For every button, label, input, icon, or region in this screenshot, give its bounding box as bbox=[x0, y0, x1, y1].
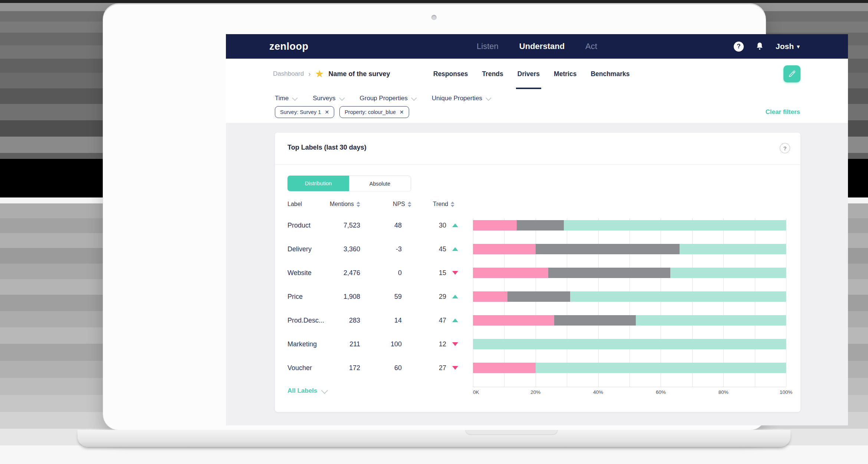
bar-segment-passives bbox=[536, 244, 680, 254]
breadcrumb: Dashboard › ★ Name of the survey bbox=[273, 59, 390, 89]
filter-chip-label: Survey: Survey 1 bbox=[280, 109, 321, 115]
table-row-voucher[interactable]: Voucher1726027 bbox=[287, 357, 473, 378]
cell-trend: 12 bbox=[423, 340, 446, 348]
webcam-dot bbox=[431, 15, 437, 20]
bar-segment-promoters bbox=[636, 315, 786, 326]
trend-down-icon bbox=[452, 342, 458, 346]
edit-survey-button[interactable] bbox=[783, 65, 800, 82]
column-header-label: NPS bbox=[393, 201, 405, 208]
x-tick-label: 40% bbox=[593, 389, 603, 395]
survey-title: Name of the survey bbox=[328, 70, 390, 78]
tab-benchmarks[interactable]: Benchmarks bbox=[591, 59, 629, 89]
bar-segment-detractors bbox=[473, 315, 554, 326]
cell-nps: 0 bbox=[372, 269, 402, 277]
cell-mentions: 283 bbox=[316, 317, 360, 324]
distribution-absolute-toggle: DistributionAbsolute bbox=[287, 176, 411, 191]
table-row-delivery[interactable]: Delivery3,360-345 bbox=[287, 239, 473, 259]
x-tick-label: 80% bbox=[719, 389, 729, 395]
cell-nps: 14 bbox=[372, 317, 402, 324]
bar-segment-detractors bbox=[473, 244, 536, 254]
navbar-right-cluster: ? Josh ▾ bbox=[734, 34, 800, 59]
nav-link-listen[interactable]: Listen bbox=[477, 42, 499, 51]
cell-nps: 48 bbox=[372, 222, 402, 229]
stacked-bar-product bbox=[473, 220, 786, 231]
cell-label: Voucher bbox=[287, 364, 312, 372]
cell-nps: 100 bbox=[372, 340, 402, 348]
user-menu[interactable]: Josh ▾ bbox=[776, 42, 800, 51]
cell-mentions: 211 bbox=[316, 340, 360, 348]
toggle-option-absolute[interactable]: Absolute bbox=[349, 176, 411, 191]
pencil-icon bbox=[788, 69, 796, 78]
laptop-base-notch bbox=[465, 430, 558, 435]
chevron-down-icon: ▾ bbox=[797, 43, 800, 50]
chevron-down-icon bbox=[411, 95, 417, 101]
survey-tabs: ResponsesTrendsDriversMetricsBenchmarks bbox=[433, 59, 629, 89]
tab-metrics[interactable]: Metrics bbox=[554, 59, 576, 89]
tab-drivers[interactable]: Drivers bbox=[517, 59, 540, 89]
nav-link-act[interactable]: Act bbox=[585, 42, 597, 51]
column-header-mentions[interactable]: Mentions bbox=[316, 201, 360, 208]
cell-trend: 47 bbox=[423, 317, 446, 324]
nav-link-understand[interactable]: Understand bbox=[519, 42, 565, 51]
cell-nps: 60 bbox=[372, 364, 402, 372]
bar-segment-promoters bbox=[564, 220, 786, 231]
table-row-marketing[interactable]: Marketing21110012 bbox=[287, 334, 473, 354]
close-icon[interactable]: ✕ bbox=[325, 109, 329, 115]
breadcrumb-dashboard-link[interactable]: Dashboard bbox=[273, 70, 304, 78]
filter-chip-label: Property: colour_blue bbox=[345, 109, 396, 115]
column-header-label: Trend bbox=[433, 201, 448, 208]
cell-mentions: 7,523 bbox=[316, 222, 360, 229]
bar-segment-promoters bbox=[536, 363, 786, 373]
notifications-bell-icon[interactable] bbox=[755, 42, 765, 51]
card-help-icon[interactable]: ? bbox=[780, 143, 790, 153]
cell-label: Website bbox=[287, 269, 312, 277]
table-row-website[interactable]: Website2,476015 bbox=[287, 262, 473, 283]
filter-dropdown-time[interactable]: Time bbox=[275, 95, 296, 102]
stacked-bar-website bbox=[473, 268, 786, 278]
toggle-option-distribution[interactable]: Distribution bbox=[287, 176, 349, 191]
bar-segment-detractors bbox=[473, 363, 536, 373]
bar-segment-passives bbox=[507, 291, 570, 302]
tab-responses[interactable]: Responses bbox=[433, 59, 468, 89]
page-content: Top Labels (last 30 days) ? Distribution… bbox=[226, 123, 848, 425]
filter-dropdown-unique-properties[interactable]: Unique Properties bbox=[432, 95, 490, 102]
all-labels-link[interactable]: All Labels bbox=[287, 387, 326, 395]
close-icon[interactable]: ✕ bbox=[400, 109, 404, 115]
filter-chip[interactable]: Property: colour_blue✕ bbox=[339, 106, 409, 118]
column-header-nps[interactable]: NPS bbox=[382, 201, 411, 208]
column-header-trend[interactable]: Trend bbox=[433, 201, 454, 208]
table-row-price[interactable]: Price1,9085929 bbox=[287, 286, 473, 307]
filter-dropdown-label: Group Properties bbox=[360, 95, 408, 102]
chevron-down-icon bbox=[292, 95, 298, 101]
trend-up-icon bbox=[452, 318, 458, 322]
cell-mentions: 3,360 bbox=[316, 245, 360, 253]
filter-dropdown-group-properties[interactable]: Group Properties bbox=[360, 95, 415, 102]
sort-icon[interactable] bbox=[356, 202, 360, 207]
top-navbar: zenloop ListenUnderstandAct ? Josh ▾ bbox=[226, 34, 848, 59]
bar-segment-passives bbox=[548, 268, 670, 278]
filter-chip[interactable]: Survey: Survey 1✕ bbox=[275, 106, 334, 118]
bar-segment-passives bbox=[517, 220, 564, 231]
filter-dropdown-surveys[interactable]: Surveys bbox=[313, 95, 343, 102]
favorite-star-icon[interactable]: ★ bbox=[315, 69, 324, 79]
tab-trends[interactable]: Trends bbox=[482, 59, 503, 89]
bar-segment-promoters bbox=[473, 339, 786, 349]
chevron-down-icon bbox=[321, 387, 328, 393]
bar-segment-promoters bbox=[570, 291, 786, 302]
table-row-product[interactable]: Product7,5234830 bbox=[287, 215, 473, 236]
chevron-down-icon bbox=[486, 95, 491, 101]
stacked-bar-price bbox=[473, 291, 786, 302]
help-icon[interactable]: ? bbox=[734, 42, 744, 52]
clear-filters-link[interactable]: Clear filters bbox=[765, 108, 800, 116]
sort-icon[interactable] bbox=[408, 202, 411, 207]
bar-segment-promoters bbox=[670, 268, 786, 278]
table-row-proddesc[interactable]: Prod.Desc...2831447 bbox=[287, 310, 473, 331]
app-screen: zenloop ListenUnderstandAct ? Josh ▾ Das… bbox=[226, 34, 848, 425]
cell-label: Price bbox=[287, 293, 303, 301]
cell-trend: 29 bbox=[423, 293, 446, 301]
sort-icon[interactable] bbox=[451, 202, 454, 207]
cell-mentions: 1,908 bbox=[316, 293, 360, 301]
laptop-frame: zenloop ListenUnderstandAct ? Josh ▾ Das… bbox=[103, 4, 766, 430]
column-header-label: Label bbox=[287, 201, 302, 208]
card-title: Top Labels (last 30 days) bbox=[287, 144, 366, 151]
